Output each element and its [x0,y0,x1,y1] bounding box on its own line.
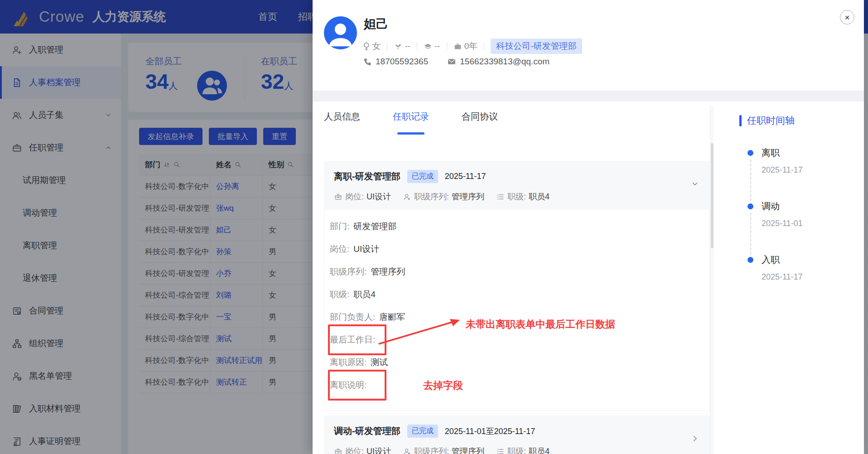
avatar [324,16,357,49]
meta-item: -- [394,41,410,51]
detail-value: 测试 [371,357,388,368]
detail-row: 部门负责人:唐郦军 [330,306,709,328]
detail-value: 管理序列 [371,266,405,278]
detail-value: 唐郦军 [379,311,405,323]
detail-label: 离职原因: [330,357,366,368]
scrollbar-thumb[interactable] [711,143,714,248]
detail-label: 离职说明: [330,379,366,391]
record-meta-row: 岗位: UI设计职级序列: 管理序列职级: 职员4 [334,446,699,454]
annotation-note: 去掉字段 [423,379,463,392]
app-stage: Crowe 人力资源系统 首页招聘 入职管理人事档案管理人员子集任职管理试用期管… [0,0,868,454]
drawer-separator-band [313,91,864,101]
phone-number: 18705592365 [376,57,428,67]
detail-row: 职级序列:管理序列 [330,261,709,283]
email-item: 15662339813@qq.com [447,57,550,67]
record-date: 2025-11-17 [445,172,486,181]
experience-icon [453,42,462,51]
record-title-row: 调动-研发管理部已完成2025-11-01至2025-11-17 [334,425,699,438]
sequence-icon [403,193,411,201]
position-icon [334,193,342,201]
record-meta-label: 职级: [507,446,526,454]
detail-label: 最后工作日: [330,334,375,346]
record-title: 调动-研发管理部 [334,425,400,437]
timeline-dot [747,150,753,156]
detail-row: 最后工作日:未带出离职表单中最后工作日数据 [330,328,709,351]
status-badge: 已完成 [407,425,438,438]
record-meta-label: 职级序列: [414,446,449,454]
record-meta-value: 职员4 [529,191,550,202]
record-meta-value: 职员4 [529,446,550,454]
timeline-title: 任职时间轴 [739,114,853,127]
record-meta-item: 职级: 职员4 [496,191,550,202]
detail-row: 离职说明:去掉字段 [330,374,709,396]
mail-icon [447,57,456,66]
record-meta-item: 岗位: UI设计 [334,446,391,454]
detail-label: 部门: [330,221,349,232]
record-meta-label: 岗位: [345,191,364,202]
chevron-right-icon[interactable] [691,435,699,443]
record-meta-value: UI设计 [366,446,391,454]
timeline-event-label: 入职 [754,254,853,266]
records-scrollbar[interactable] [710,105,714,454]
detail-row: 部门:研发管理部 [330,215,709,238]
position-icon [334,447,342,454]
timeline-connector [750,213,751,255]
email-address: 15662339813@qq.com [460,57,550,67]
employment-timeline: 任职时间轴 离职2025-11-17调动2025-11-01入职2025-11-… [739,114,853,307]
meta-divider [484,42,484,50]
meta-divider [417,42,417,50]
record-title: 离职-研发管理部 [334,170,400,183]
timeline-event-date: 2025-11-01 [754,219,853,228]
meta-text: 0年 [464,40,478,52]
timeline-event-label: 调动 [754,200,853,213]
employee-contact-row: 18705592365 15662339813@qq.com [363,57,550,67]
record-meta-label: 岗位: [345,446,364,454]
level-icon [496,447,505,454]
timeline-item: 调动2025-11-01 [739,200,853,254]
detail-label: 部门负责人: [330,311,375,323]
detail-label: 职级序列: [330,266,366,278]
employment-records-list: 离职-研发管理部已完成2025-11-17岗位: UI设计职级序列: 管理序列职… [324,161,710,454]
record-card-header[interactable]: 调动-研发管理部已完成2025-11-01至2025-11-17岗位: UI设计… [324,415,710,454]
detail-value: 职员4 [353,289,376,300]
employee-meta-row: ♀女----0年科技公司-研发管理部 [363,39,582,54]
age-icon [394,42,402,51]
detail-row: 职级:职员4 [330,283,709,306]
timeline-event-label: 离职 [754,147,853,159]
record-meta-value: 管理序列 [452,191,484,202]
timeline-item: 入职2025-11-17 [739,254,853,307]
record-card: 调动-研发管理部已完成2025-11-01至2025-11-17岗位: UI设计… [324,415,710,454]
chevron-down-icon[interactable] [691,180,699,188]
record-meta-label: 职级序列: [414,191,449,202]
detail-value: 研发管理部 [353,221,396,232]
meta-item: -- [424,41,440,51]
phone-icon [363,57,372,66]
timeline-event-date: 2025-11-17 [754,165,853,175]
meta-divider [387,42,387,50]
record-detail-body: 部门:研发管理部岗位:UI设计职级序列:管理序列职级:职员4部门负责人:唐郦军最… [324,210,710,411]
timeline-connector [750,159,751,201]
tab-contract-agreements[interactable]: 合同协议 [462,111,498,125]
sequence-icon [403,447,411,454]
record-meta-item: 岗位: UI设计 [334,191,391,202]
record-meta-value: 管理序列 [452,446,484,454]
record-meta-value: UI设计 [366,191,391,202]
record-card-header[interactable]: 离职-研发管理部已完成2025-11-17岗位: UI设计职级序列: 管理序列职… [324,161,710,210]
timeline-event-date: 2025-11-17 [754,272,853,282]
record-meta-label: 职级: [507,191,526,202]
close-icon[interactable]: × [840,10,854,24]
record-meta-item: 职级序列: 管理序列 [403,191,484,202]
tab-personnel-info[interactable]: 人员信息 [324,111,360,125]
record-card: 离职-研发管理部已完成2025-11-17岗位: UI设计职级序列: 管理序列职… [324,161,710,411]
meta-item: ♀女 [363,40,381,52]
detail-row: 离职原因:测试 [330,351,709,374]
level-icon [496,193,505,201]
record-meta-row: 岗位: UI设计职级序列: 管理序列职级: 职员4 [334,191,699,202]
education-icon [424,42,432,51]
timeline-title-bar [739,115,742,126]
tab-employment-records[interactable]: 任职记录 [393,111,429,125]
meta-text: -- [434,41,440,51]
employee-name: 妲己 [364,16,388,32]
meta-text: -- [405,41,410,51]
meta-divider [447,42,447,50]
